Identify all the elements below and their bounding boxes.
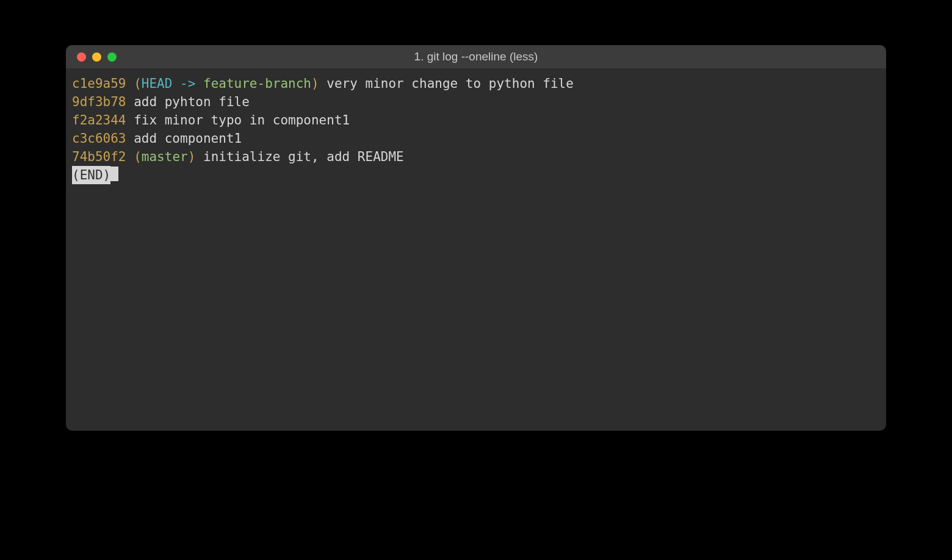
head-ref: HEAD -> (142, 76, 203, 91)
commit-row: c3c6063 add component1 (72, 129, 880, 148)
window-title: 1. git log --oneline (less) (66, 50, 886, 63)
terminal-window: 1. git log --oneline (less) c1e9a59 (HEA… (66, 45, 886, 431)
commit-hash: 74b50f2 (72, 149, 126, 164)
commit-message: initialize git, add README (195, 149, 403, 164)
commit-row: f2a2344 fix minor typo in component1 (72, 111, 880, 129)
commit-message: add pyhton file (126, 95, 250, 109)
commit-row: c1e9a59 (HEAD -> feature-branch) very mi… (72, 74, 880, 93)
commit-hash: c1e9a59 (72, 76, 126, 91)
commit-hash: f2a2344 (72, 113, 126, 127)
commit-message: fix minor typo in component1 (126, 113, 350, 127)
ref-paren-close: ) (188, 149, 196, 164)
cursor-icon (110, 167, 118, 181)
commit-row: 74b50f2 (master) initialize git, add REA… (72, 148, 880, 166)
commit-message: very minor change to python file (319, 76, 574, 91)
commit-hash: c3c6063 (72, 131, 126, 146)
commit-message: add component1 (126, 131, 242, 146)
ref-paren-open: ( (134, 149, 142, 164)
maximize-icon[interactable] (107, 52, 117, 62)
ref-paren-close: ) (311, 76, 319, 91)
minimize-icon[interactable] (92, 52, 101, 62)
traffic-lights (66, 52, 117, 62)
ref-paren-open: ( (134, 76, 142, 91)
close-icon[interactable] (77, 52, 86, 62)
commit-hash: 9df3b78 (72, 95, 126, 109)
branch-ref: feature-branch (203, 76, 311, 91)
commit-row: 9df3b78 add pyhton file (72, 93, 880, 111)
pager-end-marker: (END) (72, 166, 110, 184)
terminal-content[interactable]: c1e9a59 (HEAD -> feature-branch) very mi… (66, 68, 886, 431)
branch-ref: master (142, 149, 188, 164)
titlebar: 1. git log --oneline (less) (66, 45, 886, 68)
